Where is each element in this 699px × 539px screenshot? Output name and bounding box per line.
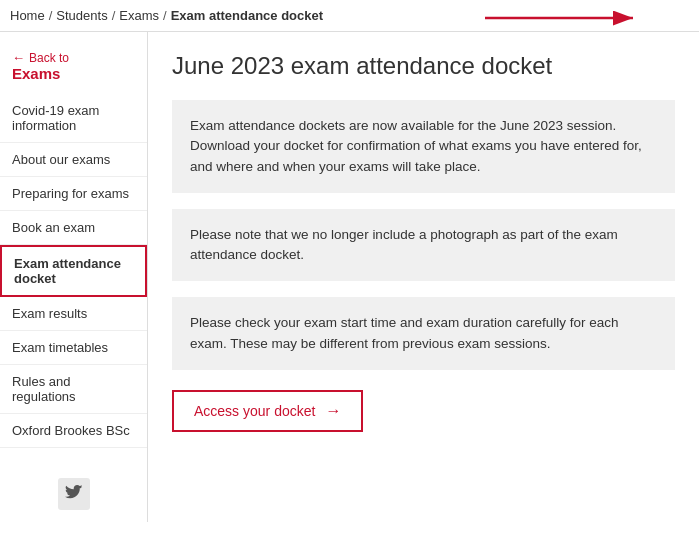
breadcrumb-sep-2: / <box>112 8 116 23</box>
breadcrumb-current: Exam attendance docket <box>171 8 323 23</box>
access-docket-wrapper: Access your docket → <box>172 390 675 432</box>
info-text-2: Please note that we no longer include a … <box>190 225 657 266</box>
breadcrumb: Home / Students / Exams / Exam attendanc… <box>0 0 699 32</box>
back-link[interactable]: ← Back to Exams <box>0 42 147 94</box>
sidebar-item-rules[interactable]: Rules and regulations <box>0 365 147 414</box>
access-docket-arrow-icon: → <box>325 402 341 420</box>
breadcrumb-students[interactable]: Students <box>56 8 107 23</box>
back-arrow-row: ← Back to <box>12 50 135 65</box>
sidebar-item-about[interactable]: About our exams <box>0 143 147 177</box>
twitter-icon[interactable] <box>58 478 90 510</box>
access-docket-button[interactable]: Access your docket → <box>172 390 363 432</box>
sidebar-item-brookes[interactable]: Oxford Brookes BSc <box>0 414 147 448</box>
info-box-3: Please check your exam start time and ex… <box>172 297 675 370</box>
breadcrumb-sep-1: / <box>49 8 53 23</box>
back-arrow-icon: ← <box>12 50 25 65</box>
access-docket-label: Access your docket <box>194 403 315 419</box>
main-layout: ← Back to Exams Covid-19 exam informatio… <box>0 32 699 522</box>
info-box-2: Please note that we no longer include a … <box>172 209 675 282</box>
sidebar-nav: Covid-19 exam information About our exam… <box>0 94 147 466</box>
annotation-arrow <box>485 4 645 35</box>
sidebar-item-preparing[interactable]: Preparing for exams <box>0 177 147 211</box>
info-text-1: Exam attendance dockets are now availabl… <box>190 116 657 177</box>
back-title: Exams <box>12 65 135 82</box>
breadcrumb-home[interactable]: Home <box>10 8 45 23</box>
sidebar-item-results[interactable]: Exam results <box>0 297 147 331</box>
main-content: June 2023 exam attendance docket Exam at… <box>148 32 699 522</box>
sidebar-item-docket[interactable]: Exam attendance docket <box>0 245 147 297</box>
info-text-3: Please check your exam start time and ex… <box>190 313 657 354</box>
page-title: June 2023 exam attendance docket <box>172 52 675 80</box>
sidebar-item-covid[interactable]: Covid-19 exam information <box>0 94 147 143</box>
info-box-1: Exam attendance dockets are now availabl… <box>172 100 675 193</box>
breadcrumb-sep-3: / <box>163 8 167 23</box>
sidebar-item-book[interactable]: Book an exam <box>0 211 147 245</box>
sidebar: ← Back to Exams Covid-19 exam informatio… <box>0 32 148 522</box>
sidebar-footer <box>0 466 147 522</box>
breadcrumb-exams[interactable]: Exams <box>119 8 159 23</box>
back-label: Back to <box>29 51 69 65</box>
sidebar-item-timetables[interactable]: Exam timetables <box>0 331 147 365</box>
